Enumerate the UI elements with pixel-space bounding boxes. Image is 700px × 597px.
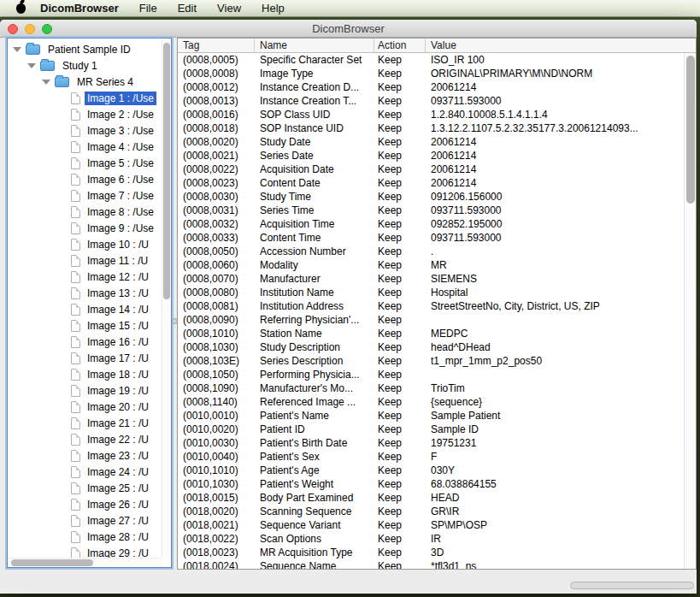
table-row[interactable]: (0008,0050)Accession NumberKeep. [178, 245, 684, 258]
table-row[interactable]: (0008,0033)Content TimeKeep093711.593000 [178, 231, 684, 245]
tree-item-image[interactable]: Image 3 : /Use [8, 122, 162, 139]
table-row[interactable]: (0010,0020)Patient IDKeepSample ID [178, 423, 684, 436]
table-vertical-scrollbar[interactable] [684, 53, 696, 569]
tree-item-image[interactable]: Image 25 : /U [8, 480, 162, 496]
table-row[interactable]: (0008,0016)SOP Class UIDKeep1.2.840.1000… [178, 108, 684, 121]
table-cell: (0008,103E) [178, 354, 255, 368]
table-row[interactable]: (0008,0013)Instance Creation T...Keep093… [178, 94, 684, 108]
table-row[interactable]: (0008,0018)SOP Instance UIDKeep1.3.12.2.… [178, 121, 684, 135]
tree-item-label: Image 10 : /U [85, 238, 151, 251]
menu-item-edit[interactable]: Edit [178, 2, 197, 15]
apple-menu-icon[interactable] [16, 3, 26, 14]
tree-item-image[interactable]: Image 11 : /U [8, 252, 162, 269]
tree-item-image[interactable]: Image 20 : /U [8, 399, 162, 415]
tree-item-image[interactable]: Image 14 : /U [8, 301, 162, 317]
menu-item-file[interactable]: File [139, 2, 157, 15]
tree-item-image[interactable]: Image 24 : /U [8, 464, 162, 480]
tree-item-image[interactable]: Image 28 : /U [8, 529, 162, 545]
tree-item-image[interactable]: Image 9 : /Use [8, 220, 162, 236]
tree-item-image[interactable]: Image 12 : /U [8, 269, 162, 285]
tree-item-image[interactable]: Image 13 : /U [8, 285, 162, 301]
table-row[interactable]: (0018,0024)Sequence NameKeep*tfl3d1_ns [178, 559, 684, 569]
table-cell: Keep [374, 518, 426, 532]
tree-item-image[interactable]: Image 19 : /U [8, 382, 162, 399]
tree-item-image[interactable]: Image 22 : /U [8, 431, 162, 447]
table-cell: Sequence Variant [255, 518, 374, 532]
table-row[interactable]: (0008,0070)ManufacturerKeepSIEMENS [178, 272, 684, 286]
document-icon [71, 125, 80, 137]
disclosure-triangle-icon[interactable] [13, 47, 21, 52]
tree-item-image[interactable]: Image 26 : /U [8, 496, 162, 512]
table-row[interactable]: (0008,0012)Instance Creation D...Keep200… [178, 80, 684, 94]
column-header-name[interactable]: Name [255, 38, 374, 52]
table-row[interactable]: (0008,1030)Study DescriptionKeephead^DHe… [178, 340, 684, 354]
disclosure-triangle-icon[interactable] [27, 63, 36, 68]
scrollbar-thumb[interactable] [686, 56, 695, 204]
table-row[interactable]: (0010,0030)Patient's Birth DateKeep19751… [178, 436, 684, 450]
column-header-value[interactable]: Value [426, 38, 696, 52]
table-row[interactable]: (0008,0080)Institution NameKeepHospital [178, 286, 684, 299]
table-row[interactable]: (0018,0015)Body Part ExaminedKeepHEAD [178, 491, 684, 505]
document-icon [71, 109, 80, 121]
table-row[interactable]: (0008,0023)Content DateKeep20061214 [178, 176, 684, 190]
table-row[interactable]: (0008,1090)Manufacturer's Mo...KeepTrioT… [178, 381, 684, 395]
disclosure-triangle-icon[interactable] [42, 80, 50, 85]
tree-item-study[interactable]: Study 1 [8, 57, 162, 74]
tree-item-image[interactable]: Image 2 : /Use [8, 106, 162, 122]
tree-item-image[interactable]: Image 16 : /U [8, 334, 162, 350]
table-row[interactable]: (0008,0008)Image TypeKeepORIGINAL\PRIMAR… [178, 67, 684, 80]
table-row[interactable]: (0008,0021)Series DateKeep20061214 [178, 149, 684, 163]
table-row[interactable]: (0010,0040)Patient's SexKeepF [178, 450, 684, 464]
tree-item-image[interactable]: Image 5 : /Use [8, 155, 162, 171]
table-row[interactable]: (0008,0020)Study DateKeep20061214 [178, 135, 684, 149]
table-row[interactable]: (0018,0021)Sequence VariantKeepSP\MP\OSP [178, 518, 684, 532]
window-titlebar[interactable]: DicomBrowser [0, 20, 697, 38]
column-header-tag[interactable]: Tag [178, 38, 255, 52]
scrollbar-thumb[interactable] [11, 559, 93, 566]
tree-item-image[interactable]: Image 4 : /Use [8, 139, 162, 155]
table-row[interactable]: (0010,0010)Patient's NameKeepSample Pati… [178, 409, 684, 423]
tree-item-image[interactable]: Image 8 : /Use [8, 204, 162, 220]
table-cell: Accession Number [255, 245, 374, 258]
tree-item-patient[interactable]: Patient Sample ID [8, 41, 162, 57]
tree-item-image[interactable]: Image 6 : /Use [8, 171, 162, 187]
tree-item-series[interactable]: MR Series 4 [8, 74, 162, 90]
tree-item-image[interactable]: Image 1 : /Use [8, 90, 162, 106]
tree-item-image[interactable]: Image 23 : /U [8, 447, 162, 464]
table-row[interactable]: (0008,1140)Referenced Image ...Keep{sequ… [178, 395, 684, 409]
menu-item-view[interactable]: View [217, 2, 241, 15]
table-row[interactable]: (0008,103E)Series DescriptionKeept1_mpr_… [178, 354, 684, 368]
tree-item-image[interactable]: Image 7 : /Use [8, 187, 162, 204]
tree-item-image[interactable]: Image 27 : /U [8, 512, 162, 529]
table-row[interactable]: (0008,1010)Station NameKeepMEDPC [178, 327, 684, 340]
table-row[interactable]: (0018,0022)Scan OptionsKeepIR [178, 532, 684, 546]
tree-item-image[interactable]: Image 18 : /U [8, 366, 162, 382]
scrollbar-thumb[interactable] [163, 43, 170, 299]
table-row[interactable]: (0018,0020)Scanning SequenceKeepGR\IR [178, 505, 684, 518]
tree-item-image[interactable]: Image 29 : /U [8, 545, 162, 558]
table-row[interactable]: (0008,0022)Acquisition DateKeep20061214 [178, 163, 684, 176]
table-cell: 092852.195000 [426, 217, 684, 231]
table-row[interactable]: (0008,0031)Series TimeKeep093711.593000 [178, 204, 684, 217]
app-menu-title[interactable]: DicomBrowser [40, 2, 119, 15]
table-cell: Study Description [255, 340, 374, 354]
tree-horizontal-scrollbar[interactable] [8, 558, 162, 567]
table-row[interactable]: (0008,0081)Institution AddressKeepStreet… [178, 299, 684, 313]
table-row[interactable]: (0008,0005)Specific Character SetKeepISO… [178, 53, 684, 67]
table-row[interactable]: (0010,1030)Patient's WeightKeep68.038864… [178, 477, 684, 491]
table-row[interactable]: (0008,0060)ModalityKeepMR [178, 258, 684, 272]
tree-item-image[interactable]: Image 15 : /U [8, 317, 162, 334]
table-horizontal-scrollbar-thumb[interactable] [570, 582, 694, 589]
tree-item-image[interactable]: Image 10 : /U [8, 236, 162, 252]
table-row[interactable]: (0008,0032)Acquisition TimeKeep092852.19… [178, 217, 684, 231]
tree-item-image[interactable]: Image 17 : /U [8, 350, 162, 366]
tree-vertical-scrollbar[interactable] [162, 38, 171, 558]
table-row[interactable]: (0010,1010)Patient's AgeKeep030Y [178, 464, 684, 477]
table-row[interactable]: (0008,0090)Referring Physician'...Keep [178, 313, 684, 327]
table-row[interactable]: (0008,0030)Study TimeKeep091206.156000 [178, 190, 684, 204]
tree-item-image[interactable]: Image 21 : /U [8, 415, 162, 431]
table-row[interactable]: (0008,1050)Performing Physicia...Keep [178, 368, 684, 381]
table-row[interactable]: (0018,0023)MR Acquisition TypeKeep3D [178, 546, 684, 559]
menu-item-help[interactable]: Help [262, 2, 285, 15]
column-header-action[interactable]: Action [374, 38, 426, 52]
